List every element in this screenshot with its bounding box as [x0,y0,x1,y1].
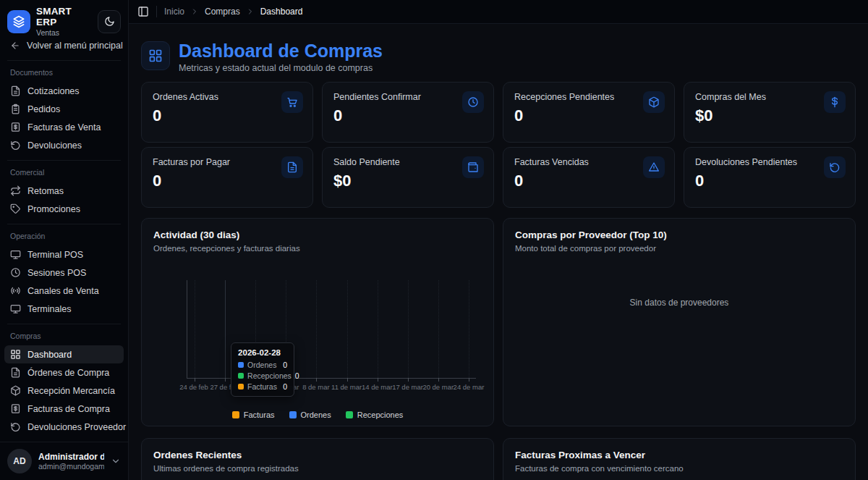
kpi-label: Ordenes Activas [153,92,302,102]
tick [347,378,348,382]
kpi-value: 0 [153,106,302,125]
monitor-icon [10,303,21,314]
wallet-icon [462,156,484,178]
providers-subtitle: Monto total de compras por proveedor [515,244,843,253]
dashboard-grid-icon [141,41,170,70]
sidebar-item-label: Canales de Venta [27,286,99,296]
sidebar-item-retomas[interactable]: Retomas [4,182,124,200]
sidebar-item-label: Promociones [27,204,80,214]
activity-chart[interactable]: 2026-02-28 Ordenes 0 Recepciones 0 [153,256,482,421]
tooltip-value: 0 [283,361,287,369]
kpi-label: Pendientes Confirmar [333,92,482,102]
sidebar-item-sesiones-pos[interactable]: Sesiones POS [4,264,124,282]
legend-swatch [232,411,239,418]
file-text-icon [10,85,21,96]
kpi-card-ordenes-activas: Ordenes Activas 0 [141,82,313,143]
tooltip-label: Ordenes [247,361,279,369]
series-swatch-facturas [238,384,244,390]
kpi-value: $0 [333,172,482,190]
sidebar-item-dashboard[interactable]: Dashboard [4,345,124,363]
section-label-documentos: Documentos [4,67,124,82]
tick [225,378,226,382]
tooltip-row: Ordenes 0 [238,361,287,369]
kpi-label: Facturas por Pagar [153,157,302,167]
tick [316,378,317,382]
sidebar-item-terminales[interactable]: Terminales [4,300,124,318]
sidebar-item-cotizaciones[interactable]: Cotizaciones [4,82,124,100]
sidebar-item-promociones[interactable]: Promociones [4,200,124,218]
user-menu[interactable]: AD Administrador del Si... admin@mundoga… [0,442,128,480]
sidebar-item-label: Devoluciones Proveedor [27,422,126,432]
kpi-card-facturas-vencidas: Facturas Vencidas 0 [503,147,675,208]
avatar: AD [7,449,32,473]
breadcrumb-compras[interactable]: Compras [205,7,240,17]
sidebar-item-label: Cotizaciones [27,86,80,96]
series-swatch-recepciones [238,373,244,379]
gridline [347,280,348,378]
section-label-operacion: Operación [4,230,124,245]
recent-orders-title: Ordenes Recientes [153,450,482,460]
broadcast-icon [10,285,21,296]
theme-toggle-button[interactable] [98,10,121,33]
gridline [316,280,317,378]
kpi-value: 0 [153,172,302,190]
sidebar-item-canales-venta[interactable]: Canales de Venta [4,282,124,300]
chart-tooltip: 2026-02-28 Ordenes 0 Recepciones 0 [231,342,294,397]
invoice-icon [10,403,21,414]
kpi-grid: Ordenes Activas 0 Pendientes Confirmar 0… [141,82,856,208]
sidebar-item-facturas-venta[interactable]: Facturas de Venta [4,118,124,136]
divider [7,324,121,324]
file-text-icon [10,367,21,378]
sidebar-item-recepcion-mercancia[interactable]: Recepción Mercancía [4,382,124,400]
sidebar-item-terminal-pos[interactable]: Terminal POS [4,245,124,264]
package-icon [643,91,665,113]
tooltip-label: Recepciones [247,371,292,380]
sidebar-item-devoluciones-proveedor[interactable]: Devoluciones Proveedor [4,418,124,436]
sidebar-item-ordenes-compra[interactable]: Órdenes de Compra [4,363,124,382]
user-email: admin@mundogames.co... [38,462,104,471]
sidebar-item-label: Devoluciones [27,140,82,151]
legend-item-facturas: Facturas [232,410,275,419]
sidebar-item-pedidos[interactable]: Pedidos [4,100,124,118]
sidebar-item-devoluciones[interactable]: Devoluciones [4,136,124,154]
sidebar-item-label: Retomas [27,186,64,196]
x-tick-label: 20 de mar [422,383,454,391]
sidebar-item-label: Facturas de Compra [27,404,110,414]
legend-item-recepciones: Recepciones [346,410,404,419]
sidebar-item-label: Facturas de Venta [27,122,101,132]
monitor-icon [10,249,21,260]
sidebar-item-label: Órdenes de Compra [27,368,109,378]
cart-icon [281,91,303,113]
tooltip-row: Recepciones 0 [238,371,287,380]
brand-module: Ventas [36,28,92,37]
kpi-value: $0 [695,106,844,125]
breadcrumb: Inicio Compras Dashboard [164,7,302,17]
due-invoices-title: Facturas Proximas a Vencer [515,450,843,460]
legend-label: Recepciones [357,410,404,419]
activity-panel: Actividad (30 dias) Ordenes, recepciones… [141,218,494,426]
file-text-icon [281,156,303,178]
tick [195,378,195,382]
alert-triangle-icon [643,156,665,178]
tag-icon [10,203,21,214]
user-name: Administrador del Si... [38,452,104,462]
gridline [195,280,195,378]
grid-icon [10,349,21,360]
chevron-down-icon [111,456,121,466]
recent-orders-subtitle: Ultimas ordenes de compra registradas [153,464,482,473]
sidebar-toggle-button[interactable] [137,6,149,17]
tick [408,378,409,382]
x-tick-label: 24 de feb [179,383,208,391]
bottom-row: Ordenes Recientes Ultimas ordenes de com… [141,438,856,480]
divider [7,160,121,161]
dollar-icon [824,91,846,113]
legend-swatch [289,411,297,418]
x-tick-label: 14 de mar [362,383,393,391]
breadcrumb-current: Dashboard [260,7,303,17]
gridline [469,280,469,378]
sidebar-item-facturas-compra[interactable]: Facturas de Compra [4,400,124,418]
sidebar-item-label: Pedidos [27,104,60,114]
breadcrumb-inicio[interactable]: Inicio [164,7,184,17]
section-label-compras: Compras [4,330,124,345]
kpi-value: 0 [695,172,844,190]
